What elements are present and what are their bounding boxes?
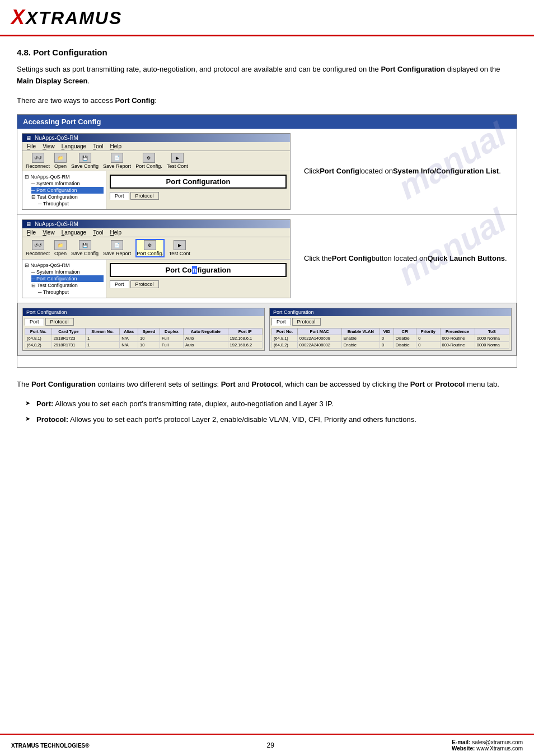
toolbar-port-config-1[interactable]: ⚙ Port Config.	[135, 153, 162, 169]
port-config-right-body: Port Protocol Port No. Port MAC Enable V…	[270, 316, 511, 350]
menu-view-1[interactable]: View	[43, 143, 55, 149]
col-alias: Alias	[120, 328, 138, 335]
port-tabs-right[interactable]: Port Protocol	[271, 318, 509, 326]
test-cont-icon-2: ▶	[174, 240, 186, 250]
logo-x: X	[11, 6, 26, 29]
sim-menubar-1[interactable]: File View Language Tool Help	[22, 142, 290, 151]
toolbar-port-config-2[interactable]: ⚙ Port Config.	[135, 239, 165, 257]
test-cont-icon: ▶	[171, 153, 184, 163]
save-report-icon-2: 📄	[111, 240, 123, 250]
tree-portconfig-2[interactable]: ─ Port Configuration	[31, 275, 104, 282]
port-config-icon-2: ⚙	[144, 240, 156, 250]
col-cfi: CFI	[394, 328, 416, 335]
tree-portconfig-1[interactable]: ─ Port Configuration	[31, 187, 104, 194]
bullet-port: Port: Allows you to set each port's tran…	[28, 398, 517, 410]
col-streamno: Stream No.	[85, 328, 119, 335]
header: XXTRAMUS	[0, 0, 534, 36]
toolbar-test-cont-1[interactable]: ▶ Test Cont	[167, 153, 188, 169]
menu-file-1[interactable]: File	[27, 143, 36, 149]
intro-paragraph-2: There are two ways to access Port Config…	[17, 95, 517, 107]
tree-throughput-1[interactable]: ─ Throughput	[38, 200, 104, 207]
menu-tool-1[interactable]: Tool	[93, 143, 103, 149]
sim-app-name-2: NuApps-QoS-RM	[35, 221, 78, 227]
tab-port-right[interactable]: Port	[271, 318, 291, 326]
screenshot-desc-1: manual Click Port Config located on Syst…	[295, 129, 517, 214]
toolbar-save-config-2[interactable]: 💾 Save Config	[71, 240, 99, 256]
open-icon-2: 📁	[54, 240, 67, 250]
table-row: (64,8,2) 2918R1731 1 N/A 10 Full Auto 19…	[25, 342, 263, 349]
tab-port-left[interactable]: Port	[25, 318, 44, 326]
sim-window-2: 🖥 NuApps-QoS-RM File View Language Tool …	[22, 219, 291, 298]
tree-sysinfo-1[interactable]: ─ System Information	[31, 180, 104, 187]
screenshot-desc-2: manual Click the Port Config button loca…	[295, 215, 517, 303]
tab-protocol-left[interactable]: Protocol	[45, 318, 74, 326]
tree-throughput-2[interactable]: ─ Throughput	[38, 289, 104, 295]
tab-protocol-right[interactable]: Protocol	[292, 318, 321, 326]
sim-tabs-1[interactable]: Port Protocol	[110, 192, 287, 200]
col-speed: Speed	[138, 328, 160, 335]
spacer	[17, 431, 517, 499]
menu-language-2[interactable]: Language	[62, 229, 87, 236]
tab-port-1[interactable]: Port	[110, 192, 129, 200]
col-portno: Port No.	[25, 328, 52, 335]
toolbar-reconnect-1[interactable]: ↺↺ Reconnect	[26, 153, 50, 169]
toolbar-save-report-1[interactable]: 📄 Save Report	[103, 153, 131, 169]
port-config-left-title: Port Configuration	[23, 308, 264, 316]
sim-tabs-2[interactable]: Port Protocol	[110, 280, 287, 288]
toolbar-save-config-1[interactable]: 💾 Save Config	[71, 153, 99, 169]
footer: XTRAMUS TECHNOLOGIES® 29 E-mail: sales@x…	[0, 734, 534, 756]
tree-sysinfo-2[interactable]: ─ System Information	[31, 269, 104, 275]
logo: XXTRAMUS	[11, 6, 122, 29]
toolbar-reconnect-2[interactable]: ↺↺ Reconnect	[26, 240, 50, 256]
panel-title-2: Port Configuration	[110, 263, 287, 277]
col-cardtype: Card Type	[51, 328, 85, 335]
toolbar-open-1[interactable]: 📁 Open	[54, 153, 67, 169]
panel-title-1: Port Configuration	[110, 175, 287, 189]
tab-protocol-2[interactable]: Protocol	[130, 280, 159, 288]
menu-tool-2[interactable]: Tool	[93, 229, 103, 236]
bullet-port-label: Port:	[36, 400, 53, 408]
tree-root-1[interactable]: ⊟ NuApps-QoS-RM	[25, 173, 104, 180]
sim-menubar-2[interactable]: File View Language Tool Help	[22, 228, 290, 237]
open-icon: 📁	[54, 153, 67, 163]
bottom-screenshots-row: Port Configuration Port Protocol Port No…	[17, 303, 517, 356]
sim-body-1: ⊟ NuApps-QoS-RM ─ System Information ─ P…	[22, 171, 290, 209]
toolbar-save-report-2[interactable]: 📄 Save Report	[103, 240, 131, 256]
footer-contact: E-mail: sales@xtramus.com Website: www.X…	[452, 739, 523, 752]
save-config-icon: 💾	[79, 153, 91, 163]
menu-file-2[interactable]: File	[27, 229, 36, 236]
section-title: 4.8. Port Configuration	[17, 48, 517, 57]
main-content: 4.8. Port Configuration Settings such as…	[0, 36, 534, 510]
port-tabs-left[interactable]: Port Protocol	[25, 318, 263, 326]
col-enablevlan: Enable VLAN	[341, 328, 380, 335]
toolbar-test-cont-2[interactable]: ▶ Test Cont	[169, 240, 190, 256]
port-data-table-left: Port No. Card Type Stream No. Alias Spee…	[25, 328, 263, 349]
footer-page: 29	[267, 741, 274, 749]
menu-language-1[interactable]: Language	[62, 143, 87, 149]
port-config-icon: ⚙	[143, 153, 155, 163]
col-portmac: Port MAC	[297, 328, 341, 335]
toolbar-open-2[interactable]: 📁 Open	[54, 240, 67, 256]
port-config-table-left: Port Configuration Port Protocol Port No…	[22, 308, 265, 351]
tab-port-2[interactable]: Port	[110, 280, 129, 288]
col-vid: VID	[380, 328, 394, 335]
menu-help-1[interactable]: Help	[110, 143, 122, 149]
tree-testconfig-2[interactable]: ⊟ Test Configuration	[31, 282, 104, 289]
bullet-protocol-label: Protocol:	[36, 415, 68, 424]
tree-testconfig-1[interactable]: ⊟ Test Configuration	[31, 194, 104, 200]
accessing-box-title: Accessing Port Config	[17, 115, 517, 129]
port-config-right-title: Port Configuration	[270, 308, 511, 316]
tree-root-2[interactable]: ⊟ NuApps-QoS-RM	[25, 262, 104, 269]
sim-main-panel-1: Port Configuration Port Protocol	[106, 171, 290, 209]
sim-tree-1: ⊟ NuApps-QoS-RM ─ System Information ─ P…	[22, 171, 106, 209]
reconnect-icon: ↺↺	[32, 153, 44, 163]
tab-protocol-1[interactable]: Protocol	[130, 192, 159, 200]
reconnect-icon-2: ↺↺	[32, 240, 44, 250]
save-report-icon: 📄	[111, 153, 123, 163]
col-tos: ToS	[475, 328, 509, 335]
menu-help-2[interactable]: Help	[110, 229, 122, 236]
col-autoneg: Auto Negotiate	[184, 328, 228, 335]
sim-app-name-1: NuApps-QoS-RM	[35, 135, 78, 141]
menu-view-2[interactable]: View	[43, 229, 55, 236]
table-row: (64,8,1) 2918R1723 1 N/A 10 Full Auto 19…	[25, 335, 263, 342]
